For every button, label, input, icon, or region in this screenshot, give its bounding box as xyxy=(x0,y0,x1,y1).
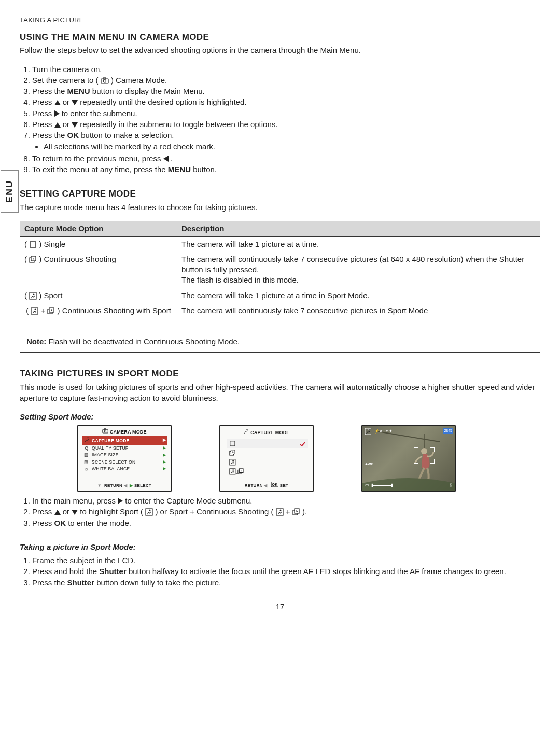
step: Press or repeatedly until the desired op… xyxy=(32,97,540,107)
steps-main-menu: Turn the camera on. Set the camera to ( … xyxy=(20,64,540,175)
sport-icon xyxy=(276,508,284,516)
step: To return to the previous menu, press . xyxy=(32,153,540,164)
menu-item: ▥IMAGE SIZE▶ xyxy=(82,452,167,458)
bullet: All selections will be marked by a red c… xyxy=(44,142,540,152)
counter: 2845 xyxy=(443,428,453,433)
capture-option: · xyxy=(227,467,308,478)
sport-icon xyxy=(365,428,371,435)
step: Press and hold the Shutter button halfwa… xyxy=(32,566,540,577)
step: In the main menu, press to enter the Cap… xyxy=(32,496,540,506)
sub-setting-sport: Setting Sport Mode: xyxy=(20,412,540,422)
continuous-icon xyxy=(229,450,236,456)
up-arrow-icon xyxy=(54,510,61,515)
note-label: Note: xyxy=(26,337,46,346)
step: Frame the subject in the LCD. xyxy=(32,555,540,566)
capture-mode-table: Capture Mode Option Description ( ) Sing… xyxy=(20,221,540,318)
down-arrow-icon xyxy=(72,122,78,128)
camera-icon xyxy=(102,428,108,434)
note-block: Note: Flash will be deactivated in Conti… xyxy=(20,331,540,353)
table-row: ( ) Sport The camera will take 1 picture… xyxy=(20,288,540,303)
right-arrow-icon xyxy=(118,498,123,504)
step: Press OK to enter the mode. xyxy=(32,518,540,528)
breadcrumb-text: TAKING A PICTURE xyxy=(20,16,84,24)
sport-icon xyxy=(29,292,37,300)
step: Press or repeatedly in the submenu to to… xyxy=(32,119,540,130)
section1-title: USING THE MAIN MENU IN CAMERA MODE xyxy=(20,32,540,44)
steps-sport-take: Frame the subject in the LCD. Press and … xyxy=(20,555,540,588)
step: Press the Shutter button down fully to t… xyxy=(32,578,540,588)
continuous-icon xyxy=(237,468,244,475)
menu-item: QQUALITY SETUP▶ xyxy=(82,445,167,452)
check-icon xyxy=(299,441,306,446)
lcd-capture-mode: CAPTURE MODE · RETURN ◀ SET xyxy=(219,425,314,492)
th-option: Capture Mode Option xyxy=(20,221,177,236)
table-row: ( ) Continuous Shooting The camera will … xyxy=(20,252,540,288)
run-icon xyxy=(84,437,90,442)
note-text: Flash will be deactivated in Continuous … xyxy=(46,337,240,346)
camera-icon xyxy=(101,77,109,85)
left-arrow-icon xyxy=(163,156,169,162)
menu-item: CAPTURE MODE▶ xyxy=(82,436,167,444)
step: Press or to highlight Sport ( ) or Sport… xyxy=(32,507,540,517)
breadcrumb: TAKING A PICTURE xyxy=(20,16,540,26)
capture-option xyxy=(227,458,308,467)
svg-rect-14 xyxy=(365,428,371,435)
step: Press the OK button to make a selection.… xyxy=(32,130,540,152)
menu-item: ☼WHITE BALANCE▶ xyxy=(82,466,167,472)
up-arrow-icon xyxy=(54,100,61,105)
quality-icon: ✦✦ xyxy=(385,429,393,435)
section2-intro: The capture mode menu has 4 features to … xyxy=(20,202,540,213)
menu-item: ▧SCENE SELECTION▶ xyxy=(82,459,167,466)
page-number: 17 xyxy=(20,602,540,612)
side-tab: ENU xyxy=(1,170,19,213)
zoom-bar-icon: ▮▬▬▬▬▬▮ xyxy=(371,483,393,487)
battery-icon: ▭ xyxy=(365,483,369,487)
section3-intro: This mode is used for taking pictures of… xyxy=(20,382,540,403)
flash-auto-icon: ⚡A xyxy=(374,429,382,435)
table-row: ( ) Single The camera will take 1 pictur… xyxy=(20,236,540,252)
up-arrow-icon xyxy=(54,122,61,128)
step: Set the camera to ( ) Camera Mode. xyxy=(32,75,540,86)
steps-sport-set: In the main menu, press to enter the Cap… xyxy=(20,496,540,528)
section1-intro: Follow the steps below to set the advanc… xyxy=(20,45,540,55)
sport-icon xyxy=(31,307,38,315)
down-arrow-icon xyxy=(72,100,78,105)
lcd-preview: ⚡A✦✦ 2845 AWB ▭ ▮▬▬▬▬▬▮ ⎘ xyxy=(361,425,456,492)
sub-taking-sport: Taking a picture in Sport Mode: xyxy=(20,542,540,552)
continuous-icon xyxy=(292,508,300,516)
card-icon: ⎘ xyxy=(450,483,452,488)
capture-option xyxy=(227,439,308,448)
capture-option xyxy=(227,449,308,457)
table-row: ( + ) Continuous Shooting with Sport The… xyxy=(20,303,540,318)
right-arrow-icon xyxy=(54,110,60,117)
ok-icon xyxy=(271,482,278,487)
single-icon xyxy=(229,440,236,447)
section3-title: TAKING PICTURES IN SPORT MODE xyxy=(20,368,540,380)
lcd-figures: CAMERA MODE CAPTURE MODE▶ QQUALITY SETUP… xyxy=(77,425,540,492)
th-desc: Description xyxy=(177,221,540,236)
step: Turn the camera on. xyxy=(32,64,540,75)
step: Press to enter the submenu. xyxy=(32,108,540,119)
lcd-camera-mode: CAMERA MODE CAPTURE MODE▶ QQUALITY SETUP… xyxy=(77,425,172,492)
step: Press the MENU button to display the Mai… xyxy=(32,86,540,96)
awb-label: AWB xyxy=(365,462,373,466)
sport-icon xyxy=(229,459,236,466)
down-arrow-icon xyxy=(72,510,78,515)
side-tab-label: ENU xyxy=(3,180,16,203)
step: To exit the menu at any time, press the … xyxy=(32,164,540,175)
section2-title: SETTING CAPTURE MODE xyxy=(20,188,540,200)
sport-icon xyxy=(145,508,153,516)
run-icon xyxy=(243,428,249,434)
sport-icon xyxy=(229,468,236,475)
continuous-icon xyxy=(29,256,37,263)
single-icon xyxy=(29,241,37,248)
continuous-icon xyxy=(47,307,55,315)
